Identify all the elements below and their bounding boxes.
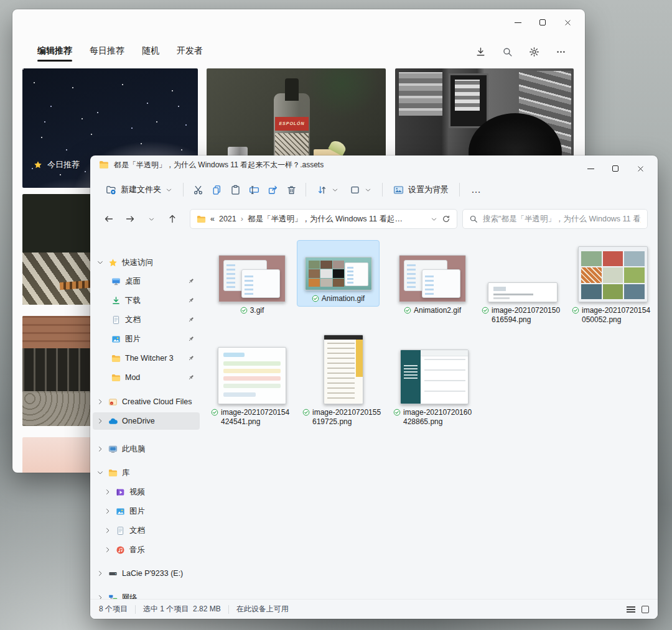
thumb-strip — [421, 350, 468, 356]
chevron-right-icon[interactable] — [104, 546, 111, 554]
new-folder-button[interactable]: 新建文件夹 — [100, 180, 178, 200]
rename-button[interactable] — [245, 180, 263, 200]
maximize-button[interactable] — [603, 160, 628, 177]
sidebar-item-lacie-drive[interactable]: LaCie P'9233 (E:) — [93, 565, 200, 582]
gear-icon[interactable] — [529, 47, 539, 57]
chevron-right-icon[interactable] — [96, 417, 104, 425]
tab-editor-picks[interactable]: 编辑推荐 — [37, 45, 72, 62]
breadcrumb-overflow[interactable]: « — [210, 215, 215, 223]
forward-button[interactable] — [121, 210, 139, 228]
back-button[interactable] — [100, 210, 118, 228]
chevron-right-icon[interactable] — [104, 527, 111, 534]
star-icon — [34, 160, 42, 169]
sidebar-item-music[interactable]: 音乐 — [93, 541, 200, 558]
sidebar-item-creative-cloud-files[interactable]: Creative Cloud Files — [93, 393, 200, 410]
chevron-down-icon[interactable] — [96, 259, 104, 266]
pin-icon — [187, 316, 195, 323]
sidebar-label: 桌面 — [125, 276, 141, 287]
up-button[interactable] — [164, 210, 181, 228]
status-separator — [135, 605, 136, 614]
close-icon — [637, 165, 645, 173]
more-icon[interactable] — [556, 47, 566, 57]
file-item[interactable]: Animation2.gif — [389, 244, 476, 315]
file-item[interactable]: image-20210720154424541.png — [208, 331, 296, 427]
sidebar-item-downloads[interactable]: 下载 — [93, 292, 200, 309]
sidebar-item-pictures[interactable]: 图片 — [93, 330, 200, 348]
maximize-button[interactable] — [530, 14, 555, 30]
delete-button[interactable] — [282, 180, 301, 200]
chevron-right-icon[interactable] — [96, 570, 104, 577]
notes-decoration — [455, 80, 480, 111]
set-as-background-button[interactable]: 设置为背景 — [388, 180, 454, 200]
tab-developer[interactable]: 开发者 — [177, 45, 203, 62]
search-icon[interactable] — [502, 47, 513, 57]
sidebar-item-the-witcher-3[interactable]: The Witcher 3 — [93, 350, 200, 367]
sidebar-item-mod[interactable]: Mod — [93, 369, 200, 386]
file-name: image-20210720160428865.png — [403, 408, 475, 427]
sidebar-item-onedrive[interactable]: OneDrive — [93, 412, 200, 430]
thumb-calendar-shape — [404, 364, 418, 379]
recent-locations-button[interactable] — [142, 210, 160, 228]
chevron-right-icon[interactable] — [104, 488, 111, 496]
copy-button[interactable] — [207, 180, 226, 200]
refresh-icon[interactable] — [442, 215, 450, 223]
share-button[interactable] — [263, 180, 282, 200]
sync-ok-icon — [302, 409, 310, 416]
video-icon — [116, 488, 125, 497]
sidebar-item-this-pc[interactable]: 此电脑 — [93, 440, 200, 458]
file-item[interactable]: image-20210720150616594.png — [479, 244, 566, 325]
thumb-band — [223, 392, 256, 397]
file-thumbnail — [305, 257, 372, 290]
file-item-selected[interactable]: Animation.gif — [297, 240, 380, 307]
paste-button[interactable] — [226, 180, 245, 200]
sidebar-item-desktop[interactable]: 桌面 — [93, 272, 200, 290]
sidebar-item-documents[interactable]: 文档 — [93, 311, 200, 328]
sync-ok-icon — [393, 409, 401, 416]
file-item[interactable]: 3.gif — [208, 244, 296, 315]
sidebar-item-videos[interactable]: 视频 — [93, 483, 200, 501]
download-icon[interactable] — [475, 47, 486, 57]
chevron-down-icon[interactable] — [96, 469, 104, 476]
chevron-down-icon — [166, 187, 172, 193]
search-input[interactable] — [483, 215, 641, 223]
sidebar-item-quick-access[interactable]: 快速访问 — [93, 254, 200, 271]
breadcrumb-parent[interactable]: 2021 — [219, 215, 236, 223]
file-thumbnail — [218, 347, 286, 404]
sidebar-item-libraries[interactable]: 库 — [93, 464, 200, 481]
details-view-button[interactable] — [627, 606, 635, 613]
explorer-titlebar[interactable]: 都是「半透明」，为什么 Windows 11 看起来不太一样？.assets — [90, 155, 658, 174]
large-icons-view-button[interactable] — [642, 606, 649, 613]
file-item[interactable]: image-20210720155619725.png — [300, 331, 387, 427]
chevron-right-icon[interactable] — [104, 507, 111, 515]
sidebar-item-pictures-library[interactable]: 图片 — [93, 503, 200, 520]
see-more-button[interactable]: … — [465, 184, 488, 195]
thumb-window-shape — [422, 269, 460, 298]
chevron-down-icon — [332, 187, 338, 193]
creative-cloud-icon — [108, 397, 118, 407]
sort-button[interactable] — [311, 180, 344, 200]
file-item[interactable]: image-20210720154050052.png — [569, 244, 656, 325]
close-button[interactable] — [628, 160, 653, 177]
breadcrumb[interactable]: « 2021 › 都是「半透明」，为什么 Windows 11 看起来... — [190, 209, 457, 229]
folder-icon — [99, 160, 109, 170]
minimize-button[interactable] — [505, 14, 530, 30]
cut-button[interactable] — [189, 180, 207, 200]
thumb-band — [223, 384, 281, 388]
file-name: Animation.gif — [322, 294, 365, 303]
sidebar-item-documents-library[interactable]: 文档 — [93, 522, 200, 539]
view-toggles — [627, 606, 649, 613]
breadcrumb-current[interactable]: 都是「半透明」，为什么 Windows 11 看起来... — [248, 214, 403, 225]
close-button[interactable] — [555, 14, 580, 30]
command-bar: 新建文件夹 设置为背景 … — [90, 175, 658, 204]
tab-random[interactable]: 随机 — [142, 45, 159, 62]
file-item[interactable]: image-20210720160428865.png — [391, 331, 478, 427]
chevron-right-icon[interactable] — [96, 398, 104, 405]
chevron-right-icon[interactable] — [96, 445, 104, 453]
chevron-down-icon[interactable] — [431, 216, 437, 223]
tab-daily-picks[interactable]: 每日推荐 — [90, 45, 124, 62]
status-bar: 8 个项目 选中 1 个项目 2.82 MB 在此设备上可用 — [90, 599, 658, 619]
search-box[interactable] — [462, 209, 648, 229]
view-button[interactable] — [344, 180, 377, 200]
minimize-button[interactable] — [578, 160, 603, 177]
sync-ok-icon — [240, 307, 248, 314]
